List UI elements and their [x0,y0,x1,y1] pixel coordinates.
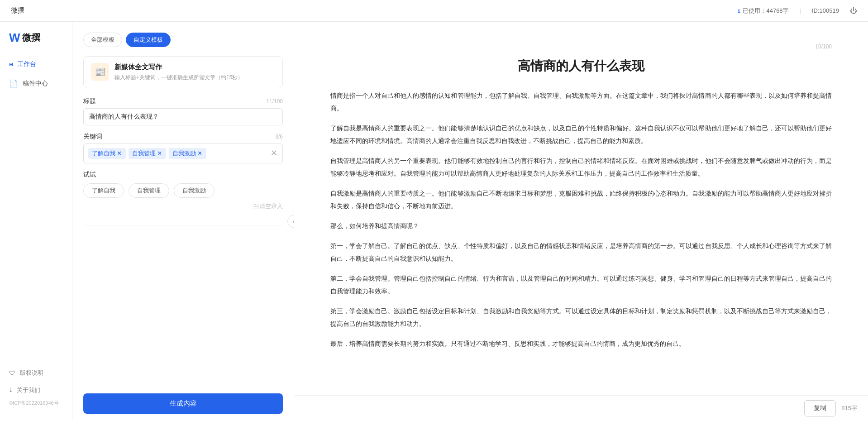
id-label: ID:100519 [812,7,839,14]
sidebar-item-about[interactable]: ℹ 关于我们 [0,383,72,398]
keyword-tag-3-remove[interactable]: ✕ [198,151,203,156]
usage-label: 已使用：44768字 [743,7,788,15]
topbar: 微撰 ℹ 已使用：44768字 | ID:100519 ⏻ [0,0,868,22]
word-stat: 815字 [841,404,857,412]
article-title: 高情商的人有什么表现 [330,57,832,75]
copy-button[interactable]: 复制 [804,400,836,416]
sidebar-item-workspace-label: 工作台 [17,60,36,68]
usage-info: ℹ 已使用：44768字 [737,7,788,15]
main-layout: W 微撰 ⊞ 工作台 📄 稿件中心 🛡 版权说明 ℹ 关于我 [0,22,868,421]
template-desc: 输入标题+关键词，一键准确生成所需文章（约15秒） [114,73,243,81]
keyword-tag-3-text: 自我激励 [172,149,196,158]
generate-button[interactable]: 生成内容 [83,393,283,414]
article-word-count: 10/100 [330,43,832,50]
keywords-label: 关键词 [83,133,102,141]
keywords-box[interactable]: 了解自我 ✕ 自我管理 ✕ 自我激励 ✕ ✕ [83,144,283,163]
logo-icon: W [9,31,19,45]
keywords-section: 关键词 3/6 了解自我 ✕ 自我管理 ✕ 自我激励 ✕ [83,133,283,163]
keyword-tag-1[interactable]: 了解自我 ✕ [88,148,126,159]
right-panel: 10/100 高情商的人有什么表现 情商是指一个人对自己和他人的感情的认知和管理… [294,22,868,421]
title-section: 标题 11/100 [83,97,283,125]
keywords-label-row: 关键词 3/6 [83,133,283,141]
title-label: 标题 [83,97,96,105]
article-paragraph: 第二，学会自我管理。管理自己包括控制自己的情绪、行为和言语，以及管理自己的时间和… [330,272,832,297]
sidebar-bottom: 🛡 版权说明 ℹ 关于我们 ©ICP备2022016946号 [0,365,72,412]
try-chip-3[interactable]: 自我激励 [174,183,215,198]
keyword-tag-3[interactable]: 自我激励 ✕ [169,148,206,159]
title-count: 11/100 [266,98,283,105]
title-label-row: 标题 11/100 [83,97,283,105]
sidebar-item-workspace[interactable]: ⊞ 工作台 [0,56,72,73]
grid-icon: ⊞ [9,60,13,68]
article-paragraph: 第一，学会了解自己。了解自己的优点、缺点、个性特质和偏好，以及自己的情感状态和情… [330,239,832,265]
template-info: 新媒体全文写作 输入标题+关键词，一键准确生成所需文章（约15秒） [114,63,243,81]
sidebar-nav: ⊞ 工作台 📄 稿件中心 [0,56,72,92]
keyword-tag-1-text: 了解自我 [92,149,115,158]
article-area[interactable]: 10/100 高情商的人有什么表现 情商是指一个人对自己和他人的感情的认知和管理… [294,22,868,395]
try-label: 试试 [83,171,283,179]
article-paragraph: 那么，如何培养和提高情商呢？ [330,220,832,232]
template-name: 新媒体全文写作 [114,63,243,72]
keyword-tag-2-text: 自我管理 [132,149,156,158]
article-paragraph: 最后，培养高情商需要长期的努力和实践。只有通过不断地学习、反思和实践，才能够提高… [330,337,832,350]
logo-text: 微撰 [22,32,40,44]
info-circle-icon: ℹ [9,387,12,394]
sidebar-item-drafts-label: 稿件中心 [23,80,48,88]
article-paragraph: 自我激励是高情商人的重要特质之一。他们能够激励自己不断地追求目标和梦想，克服困难… [330,187,832,212]
tab-row: 全部模板 自定义模板 [83,33,283,47]
icp-text: ©ICP备2022016946号 [0,400,72,407]
article-paragraph: 第三，学会激励自己。激励自己包括设定目标和计划、自我激励和自我奖励等方式。可以通… [330,305,832,330]
topbar-title: 微撰 [11,6,24,15]
topbar-right: ℹ 已使用：44768字 | ID:100519 ⏻ [737,7,857,15]
topbar-left: 微撰 [11,6,24,15]
article-paragraph: 自我管理是高情商人的另一个重要表现。他们能够有效地控制自己的言行和行为，控制自己… [330,154,832,180]
keywords-clear-icon[interactable]: ✕ [271,149,278,158]
sidebar-about-label: 关于我们 [17,386,40,394]
sidebar-logo: W 微撰 [0,31,72,56]
sidebar-item-drafts[interactable]: 📄 稿件中心 [0,75,72,92]
title-input[interactable] [83,108,283,125]
article-paragraph: 情商是指一个人对自己和他人的感情的认知和管理能力，包括了解自我、自我管理、自我激… [330,89,832,115]
keyword-tag-1-remove[interactable]: ✕ [117,151,122,156]
try-clear[interactable]: 白清空录入 [83,202,283,210]
collapse-toggle[interactable]: ‹ [287,215,294,228]
try-chip-2[interactable]: 自我管理 [129,183,169,198]
sidebar: W 微撰 ⊞ 工作台 📄 稿件中心 🛡 版权说明 ℹ 关于我 [0,22,72,421]
try-section: 试试 了解自我 自我管理 自我激励 白清空录入 [83,171,283,210]
keywords-count: 3/6 [275,134,283,140]
keyword-tag-2-remove[interactable]: ✕ [157,151,162,156]
file-icon: 📄 [9,79,18,88]
tab-custom[interactable]: 自定义模板 [126,33,171,47]
info-icon: ℹ [737,7,740,14]
left-panel: 全部模板 自定义模板 📰 新媒体全文写作 输入标题+关键词，一键准确生成所需文章… [72,22,294,421]
content-area: 全部模板 自定义模板 📰 新媒体全文写作 输入标题+关键词，一键准确生成所需文章… [72,22,868,421]
try-chips: 了解自我 自我管理 自我激励 [83,183,283,198]
newspaper-icon: 📰 [95,67,106,77]
power-icon[interactable]: ⏻ [850,7,857,15]
sidebar-item-copyright[interactable]: 🛡 版权说明 [0,365,72,381]
divider [83,225,283,225]
right-bottom-bar: 复制 815字 [294,395,868,421]
keyword-tag-2[interactable]: 自我管理 ✕ [129,148,166,159]
article-body: 情商是指一个人对自己和他人的感情的认知和管理能力，包括了解自我、自我管理、自我激… [330,89,832,350]
article-paragraph: 了解自我是高情商人的重要表现之一。他们能够清楚地认识自己的优点和缺点，以及自己的… [330,122,832,147]
template-icon: 📰 [91,63,109,81]
template-card[interactable]: 📰 新媒体全文写作 输入标题+关键词，一键准确生成所需文章（约15秒） [83,56,283,88]
tab-all[interactable]: 全部模板 [83,33,122,47]
try-chip-1[interactable]: 了解自我 [83,183,124,198]
sidebar-copyright-label: 版权说明 [20,369,43,377]
shield-icon: 🛡 [9,369,15,377]
